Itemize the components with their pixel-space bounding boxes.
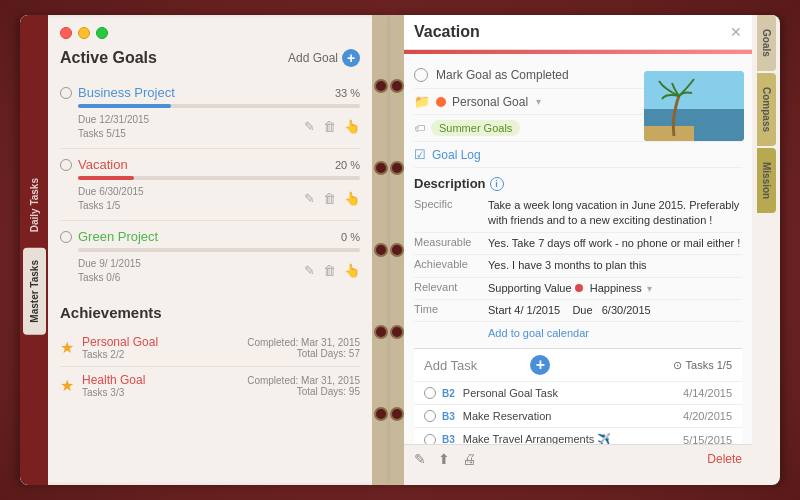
specific-value: Take a week long vacation in June 2015. … — [488, 198, 742, 229]
goal-item-business[interactable]: Business Project 33 % Due 12/31/2015 Tas… — [60, 77, 360, 149]
smart-row-relevant: Relevant Supporting Value Happiness ▾ — [414, 278, 742, 300]
log-text: Goal Log — [432, 148, 481, 162]
complete-checkbox[interactable] — [414, 68, 428, 82]
task-date: 4/14/2015 — [683, 387, 732, 399]
goal-percent: 0 % — [341, 231, 360, 243]
task-checkbox[interactable] — [424, 387, 436, 399]
achievement-tasks: Tasks 3/3 — [82, 387, 239, 398]
maximize-traffic-light[interactable] — [96, 27, 108, 39]
task-checkbox[interactable] — [424, 434, 436, 444]
print-toolbar-icon[interactable]: 🖨 — [462, 451, 476, 467]
master-tasks-tab[interactable]: Master Tasks — [23, 248, 46, 335]
svg-rect-2 — [644, 126, 694, 141]
achievement-name: Personal Goal — [82, 335, 239, 349]
goal-meta-dates: Due 12/31/2015 Tasks 5/15 — [78, 112, 149, 140]
delete-icon[interactable]: 🗑 — [323, 191, 336, 206]
task-label: B2 — [442, 388, 455, 399]
share-toolbar-icon[interactable]: ⬆ — [438, 451, 450, 467]
add-goal-button[interactable]: Add Goal + — [288, 49, 360, 67]
progress-fill — [78, 176, 134, 180]
achievement-item-personal[interactable]: ★ Personal Goal Tasks 2/2 Completed: Mar… — [60, 329, 360, 367]
goal-title-input[interactable] — [414, 23, 722, 41]
achievements-title: Achievements — [60, 304, 360, 321]
goal-item-green[interactable]: Green Project 0 % Due 9/ 1/2015 Tasks — [60, 221, 360, 292]
ring-hole — [374, 243, 388, 257]
task-date: 5/15/2015 — [683, 434, 732, 444]
tag-icon: 🏷 — [414, 122, 425, 134]
achievement-right: Completed: Mar 31, 2015 Total Days: 57 — [247, 337, 360, 359]
log-row[interactable]: ☑ Goal Log — [414, 142, 742, 168]
relevant-label: Relevant — [414, 281, 484, 296]
delete-icon[interactable]: 🗑 — [323, 263, 336, 278]
archive-icon[interactable]: 👆 — [344, 119, 360, 134]
task-row-1[interactable]: B3 Make Reservation 4/20/2015 — [414, 405, 742, 428]
info-icon[interactable]: i — [490, 177, 504, 191]
goal-meta-dates: Due 9/ 1/2015 Tasks 0/6 — [78, 256, 141, 284]
description-section: Description i Specific Take a week long … — [414, 168, 742, 348]
add-to-calendar-link[interactable]: Add to goal calendar — [488, 327, 589, 339]
archive-icon[interactable]: 👆 — [344, 191, 360, 206]
goal-meta: Due 9/ 1/2015 Tasks 0/6 ✎ 🗑 👆 — [78, 256, 360, 284]
goal-meta: Due 12/31/2015 Tasks 5/15 ✎ 🗑 👆 — [78, 112, 360, 140]
traffic-lights — [60, 27, 360, 39]
task-label: B3 — [442, 411, 455, 422]
tasks-count-text: Tasks 1/5 — [686, 359, 732, 371]
goal-name: Vacation — [78, 157, 128, 172]
vacation-img — [644, 71, 744, 141]
smart-row-measurable: Measurable Yes. Take 7 days off work - n… — [414, 233, 742, 255]
task-row-2[interactable]: B3 Make Travel Arrangements ✈️ 5/15/2015 — [414, 428, 742, 444]
goal-actions: ✎ 🗑 👆 — [304, 191, 360, 206]
description-header: Description i — [414, 172, 742, 195]
goal-header: Vacation 20 % — [60, 157, 360, 172]
chevron-icon: ▾ — [647, 283, 652, 294]
goal-actions: ✎ 🗑 👆 — [304, 263, 360, 278]
goals-list: Business Project 33 % Due 12/31/2015 Tas… — [60, 77, 360, 292]
goal-item-vacation[interactable]: Vacation 20 % Due 6/30/2015 Tasks — [60, 149, 360, 221]
minimize-traffic-light[interactable] — [78, 27, 90, 39]
task-date: 4/20/2015 — [683, 410, 732, 422]
add-goal-icon: + — [342, 49, 360, 67]
goal-name: Business Project — [78, 85, 175, 100]
smart-row-specific: Specific Take a week long vacation in Ju… — [414, 195, 742, 233]
goal-name: Green Project — [78, 229, 158, 244]
delete-icon[interactable]: 🗑 — [323, 119, 336, 134]
edit-icon[interactable]: ✎ — [304, 119, 315, 134]
edit-icon[interactable]: ✎ — [304, 191, 315, 206]
archive-icon[interactable]: 👆 — [344, 263, 360, 278]
due-label: Due — [78, 258, 99, 269]
delete-button[interactable]: Delete — [707, 452, 742, 466]
task-checkbox[interactable] — [424, 410, 436, 422]
edit-toolbar-icon[interactable]: ✎ — [414, 451, 426, 467]
tag-pill[interactable]: Summer Goals — [431, 120, 520, 136]
progress-bar — [78, 104, 360, 108]
ring-hole — [390, 161, 404, 175]
specific-label: Specific — [414, 198, 484, 229]
achievement-completed: Completed: Mar 31, 2015 — [247, 375, 360, 386]
measurable-value: Yes. Take 7 days off work - no phone or … — [488, 236, 742, 251]
tasks-count-icon: ⊙ — [673, 359, 682, 372]
task-left: B3 Make Reservation — [424, 410, 683, 422]
daily-tasks-tab[interactable]: Daily Tasks — [23, 166, 46, 244]
achievements-section: Achievements ★ Personal Goal Tasks 2/2 C… — [60, 304, 360, 404]
progress-bar — [78, 248, 360, 252]
achievement-star: ★ — [60, 338, 74, 357]
task-text: Make Reservation — [463, 410, 552, 422]
description-label: Description — [414, 176, 486, 191]
check-icon: ☑ — [414, 147, 426, 162]
close-traffic-light[interactable] — [60, 27, 72, 39]
mission-tab[interactable]: Mission — [757, 148, 776, 213]
task-row-0[interactable]: B2 Personal Goal Task 4/14/2015 — [414, 382, 742, 405]
achievement-item-health[interactable]: ★ Health Goal Tasks 3/3 Completed: Mar 3… — [60, 367, 360, 404]
edit-icon[interactable]: ✎ — [304, 263, 315, 278]
goal-circle — [60, 87, 72, 99]
compass-tab[interactable]: Compass — [757, 73, 776, 146]
due-date: 12/31/2015 — [99, 114, 149, 125]
task-left: B3 Make Travel Arrangements ✈️ — [424, 433, 683, 444]
folder-icon: 📁 — [414, 94, 430, 109]
goals-tab[interactable]: Goals — [757, 15, 776, 71]
add-task-button[interactable]: + — [530, 355, 550, 375]
smart-row-achievable: Achievable Yes. I have 3 months to plan … — [414, 255, 742, 277]
close-button[interactable]: ✕ — [730, 24, 742, 40]
achievement-completed: Completed: Mar 31, 2015 — [247, 337, 360, 348]
measurable-label: Measurable — [414, 236, 484, 251]
